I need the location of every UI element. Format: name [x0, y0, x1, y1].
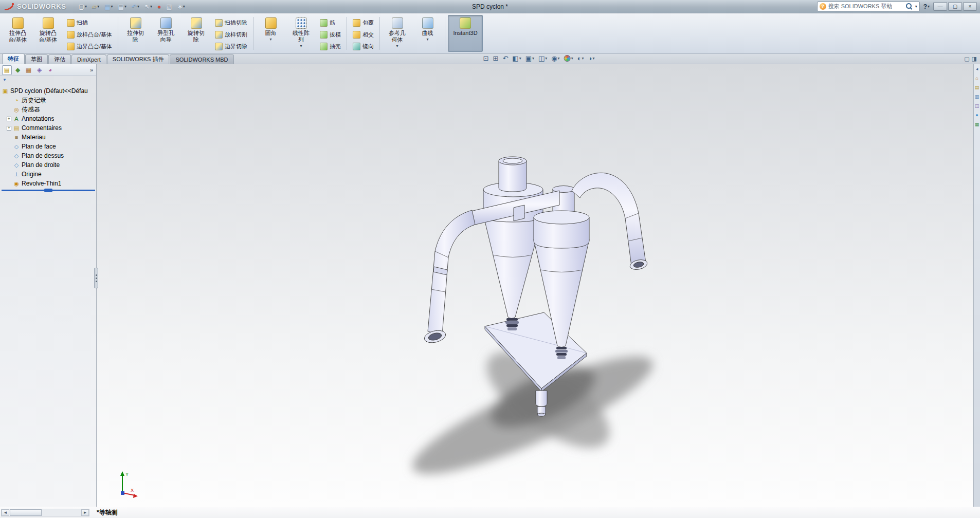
edit-appearance-button[interactable]: ▾	[564, 55, 573, 62]
previous-view-icon: ↶	[502, 55, 508, 62]
search-caret-icon[interactable]: ▾	[915, 4, 917, 9]
extruded-cut-button[interactable]: 拉伸切除	[121, 15, 150, 52]
file-properties-button[interactable]: ▧	[164, 2, 174, 12]
hide-show-items-button[interactable]: ◉▾	[551, 55, 559, 62]
featuremanager-tree-tab[interactable]: ▤	[2, 65, 12, 75]
open-document-button[interactable]: ▱▾	[90, 2, 101, 12]
curves-button[interactable]: 曲线▾	[413, 15, 442, 52]
propertymanager-tab[interactable]: ◆	[13, 65, 23, 75]
view-orientation-button[interactable]: ▣▾	[525, 55, 534, 62]
lofted-cut-button[interactable]: 放样切割	[212, 29, 250, 41]
minimize-button[interactable]: —	[933, 2, 947, 11]
tree-horizontal-scrollbar[interactable]: ◄ ►	[1, 509, 89, 516]
swept-boss-button[interactable]: 扫描	[64, 17, 115, 29]
previous-view-button[interactable]: ↶	[502, 55, 508, 62]
tree-item[interactable]: ◔历史记录	[2, 96, 96, 105]
instant3d-button[interactable]: Instant3D	[448, 15, 483, 52]
zoom-area-button[interactable]: ⊞	[493, 55, 499, 62]
ribbon-group: 包覆相交镜向	[349, 14, 378, 52]
rib-icon	[320, 19, 328, 27]
display-style-button[interactable]: ◫▾	[538, 55, 547, 62]
wrap-button[interactable]: 包覆	[350, 17, 377, 29]
boundary-boss-button[interactable]: 边界凸台/基体	[64, 41, 115, 52]
solidworks-logo: SOLIDWORKS	[0, 3, 70, 11]
view-palette-button[interactable]: ◫	[974, 103, 980, 108]
options-gear-button[interactable]: ∗▾	[175, 2, 187, 12]
save-document-button[interactable]: ▦▾	[102, 2, 115, 12]
fillet-button[interactable]: 圆角▾	[256, 15, 285, 52]
apply-scene-button[interactable]: ◐▾	[577, 55, 584, 62]
left-inlet-pipe[interactable]	[423, 210, 475, 345]
linear-pattern-icon	[296, 17, 307, 29]
tree-filter-row[interactable]: ▼	[0, 76, 96, 84]
draft-button[interactable]: 拔模	[317, 29, 344, 41]
mirror-button[interactable]: 镜向	[350, 41, 377, 52]
rebuild-button[interactable]: ●	[155, 2, 163, 12]
view-settings-button[interactable]: ◑▾	[588, 55, 595, 62]
tab-evaluate[interactable]: 评估	[48, 54, 71, 64]
maximize-button[interactable]: ▢	[948, 2, 962, 11]
section-view-button[interactable]: ◧▾	[512, 55, 521, 62]
tab-features[interactable]: 特征	[2, 53, 25, 64]
scroll-left-button[interactable]: ◄	[2, 509, 9, 516]
rollback-bar[interactable]	[2, 190, 95, 191]
panel-overflow-button[interactable]: »	[90, 67, 94, 73]
scroll-thumb[interactable]	[10, 509, 42, 516]
model-3d[interactable]	[394, 140, 682, 500]
graphics-area[interactable]: Y X	[97, 64, 973, 507]
file-explorer-button[interactable]: ▥	[974, 94, 980, 99]
custom-properties-button[interactable]: ▦	[974, 121, 980, 127]
lofted-boss-button[interactable]: 放样凸台/基体	[64, 29, 115, 41]
search-icon[interactable]	[906, 3, 913, 10]
expand-taskpane-button[interactable]: ◂	[974, 66, 980, 71]
tree-item[interactable]: ≡Materiau	[2, 133, 96, 142]
tree-item[interactable]: ◇Plan de droite	[2, 160, 96, 170]
search-placeholder[interactable]: 搜索 SOLIDWORKS 帮助	[828, 3, 904, 10]
expander-icon[interactable]: +	[7, 126, 11, 131]
tree-item[interactable]: ◉Revolve-Thin1	[2, 179, 96, 188]
tree-item[interactable]: +▤Commentaires	[2, 123, 96, 133]
zoom-fit-button[interactable]: ⊡	[483, 55, 489, 62]
linear-pattern-button[interactable]: 线性阵列▾	[286, 15, 316, 52]
intersect-button[interactable]: 相交	[350, 29, 377, 41]
extruded-boss-base-button[interactable]: 拉伸凸台/基体	[3, 15, 32, 52]
revolved-cut-button[interactable]: 旋转切除	[182, 15, 211, 52]
print-document-button[interactable]: ▤▾	[116, 2, 129, 12]
search-box[interactable]: ? 搜索 SOLIDWORKS 帮助 ▾	[817, 2, 920, 11]
tab-dimxpert[interactable]: DimXpert	[71, 54, 106, 64]
tab-sketch[interactable]: 草图	[25, 54, 48, 64]
feature-tree-root[interactable]: ▣SPD cyclon (Défaut<<Défau	[2, 86, 96, 96]
tab-solidworks-mbd[interactable]: SOLIDWORKS MBD	[170, 54, 233, 64]
revolved-boss-base-button[interactable]: 旋转凸台/基体	[33, 15, 63, 52]
configurationmanager-tab[interactable]: ▦	[24, 65, 33, 75]
close-button[interactable]: ×	[963, 2, 977, 11]
reference-geometry-button[interactable]: 参考几何体▾	[383, 15, 412, 52]
tree-item[interactable]: ◇Plan de dessus	[2, 151, 96, 160]
dimxpertmanager-tab[interactable]: ◈	[34, 65, 44, 75]
tree-item[interactable]: ◎传感器	[2, 105, 96, 114]
boundary-cut-button[interactable]: 边界切除	[212, 41, 250, 52]
undo-button[interactable]: ↶▾	[130, 2, 141, 12]
new-document-button[interactable]: ▢▾	[77, 2, 89, 12]
outlet-tube[interactable]	[536, 391, 547, 416]
shell-button[interactable]: 抽壳	[317, 41, 344, 52]
show-preview-pane-button[interactable]: ▢	[964, 55, 969, 62]
hole-wizard-button[interactable]: 异型孔向导	[151, 15, 180, 52]
panel-splitter[interactable]	[94, 268, 98, 288]
tree-item[interactable]: +AAnnotations	[2, 114, 96, 123]
tree-item[interactable]: ◇Plan de face	[2, 142, 96, 151]
left-cyclone[interactable]	[483, 157, 543, 330]
select-cursor-button[interactable]: ↖▾	[142, 2, 154, 12]
swept-cut-button[interactable]: 扫描切除	[212, 17, 250, 29]
solidworks-resources-button[interactable]: ⌂	[974, 75, 980, 81]
rib-button[interactable]: 筋	[317, 17, 344, 29]
design-library-button[interactable]: ▤	[974, 84, 980, 90]
tree-item[interactable]: ⊥Origine	[2, 170, 96, 179]
displaymanager-tab[interactable]: ◕	[45, 65, 55, 75]
show-display-pane-button[interactable]: ◨	[972, 55, 977, 62]
help-button[interactable]: ? ▾	[923, 3, 930, 10]
appearances-scenes-button[interactable]: ●	[974, 112, 980, 118]
scroll-right-button[interactable]: ►	[81, 509, 89, 516]
tab-solidworks-addins[interactable]: SOLIDWORKS 插件	[107, 54, 170, 64]
expander-icon[interactable]: +	[7, 117, 11, 121]
